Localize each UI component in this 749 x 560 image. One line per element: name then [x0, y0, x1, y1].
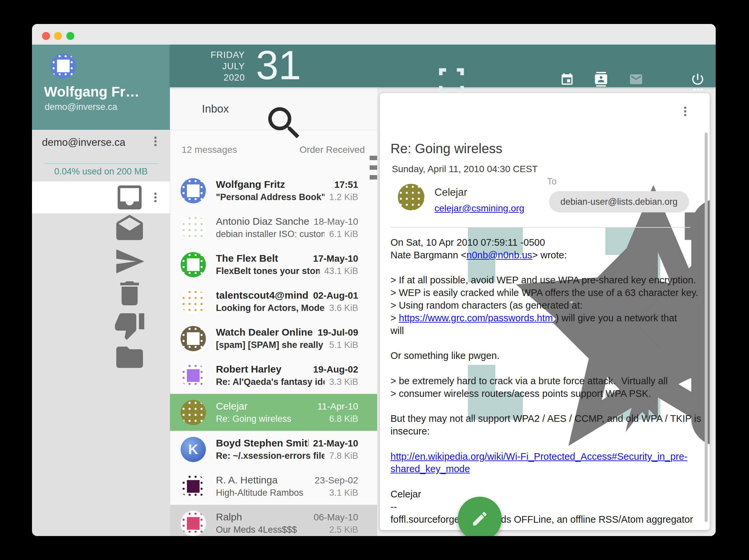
date-month: JULY: [190, 61, 245, 72]
message-subject: Re: Going wireless: [216, 414, 324, 424]
message-size: 6.1 KiB: [329, 229, 358, 239]
quota-divider: [44, 163, 158, 164]
app-window: FRIDAY JULY 2020 31 Wolfgang Fr… demo@in…: [32, 24, 716, 536]
account-menu-icon[interactable]: [154, 135, 156, 148]
body-line: > be extremely hard to crack via a brute…: [390, 375, 705, 387]
sidebar-folder-drafts[interactable]: Drafts: [32, 214, 170, 245]
body-line: [390, 475, 705, 488]
current-date: FRIDAY JULY 2020: [190, 49, 245, 83]
body-link[interactable]: http://en.wikipedia.org/wiki/Wi-Fi_Prote…: [390, 451, 687, 462]
sender-avatar: [180, 178, 206, 203]
top-toolbar: FRIDAY JULY 2020 31: [170, 45, 716, 87]
message-date: 02-Aug-01: [313, 290, 358, 301]
header-divider: [390, 227, 690, 228]
message-size: 5.1 KiB: [329, 340, 358, 350]
sidebar-folder-junk[interactable]: Junk: [32, 309, 170, 341]
sidebar-folder-sent[interactable]: Sent: [32, 245, 170, 277]
message-row[interactable]: KBoyd Stephen Smith…21-May-10Re: ~/.xses…: [170, 431, 377, 468]
message-list-column: Inbox 12 messages Order Received Wolfgan…: [170, 45, 377, 536]
message-sender: Antonio Diaz Sanchez: [216, 216, 309, 227]
message-size: 3.6 KiB: [329, 303, 358, 313]
body-line: > https://www.grc.com/passwords.htm ) wi…: [390, 312, 705, 324]
message-date: 21-May-10: [313, 438, 358, 449]
message-size: 3.1 KiB: [329, 488, 358, 498]
message-sender: Wolfgang Fritz: [216, 179, 329, 190]
body-line: Or something like pwgen.: [390, 350, 705, 362]
message-size: 7.8 KiB: [329, 451, 358, 461]
zoom-button[interactable]: [66, 32, 74, 40]
message-subject: Our Meds 4Less$$$: [216, 525, 324, 535]
minimize-button[interactable]: [54, 32, 62, 40]
contacts-icon[interactable]: [594, 72, 608, 87]
body-link[interactable]: https://www.grc.com/passwords.htm: [399, 313, 553, 323]
body-link[interactable]: shared_key_mode: [390, 464, 470, 474]
message-sender: The Flex Belt: [216, 253, 308, 264]
sidebar-folder-inbox[interactable]: Inbox6: [32, 181, 170, 214]
body-line: insecure:: [390, 425, 705, 438]
viewer-scrollbar-thumb[interactable]: [705, 133, 708, 522]
recipient-chip: debian-user@lists.debian.org: [549, 191, 689, 212]
message-subject: Re: ~/.xsession-errors file gr…: [216, 451, 324, 461]
body-line: [390, 362, 705, 375]
message-sender: talentscout4@mind…: [216, 290, 308, 301]
message-row[interactable]: R. A. Hettinga23-Sep-02High-Altitude Ram…: [170, 468, 377, 505]
quota-label: 0.04% used on 200 MB: [32, 166, 170, 177]
message-subject: [spam] [SPAM] she really wan…: [216, 340, 324, 350]
message-sender: Ralph: [216, 511, 309, 523]
message-sender: Celejar: [216, 401, 313, 412]
user-name: Wolfgang Fr…: [44, 84, 141, 100]
sender-avatar: [180, 215, 206, 240]
message-subject: "Personal Address Book" has…: [216, 192, 324, 202]
user-avatar: [51, 53, 76, 79]
mail-viewer-area: Re: Going wireless Sunday, April 11, 201…: [377, 45, 716, 536]
body-line: But they may not all support WPA2 / AES …: [390, 412, 705, 425]
message-row[interactable]: Antonio Diaz Sanchez18-May-10debian inst…: [170, 209, 377, 246]
account-row[interactable]: demo@inverse.ca: [32, 130, 170, 155]
message-date: 23-Sep-02: [315, 475, 358, 486]
message-sender: Boyd Stephen Smith…: [216, 438, 308, 449]
message-row[interactable]: Celejar11-Apr-10Re: Going wireless6.8 Ki…: [170, 394, 377, 431]
message-count: 12 messages: [181, 144, 237, 155]
message-size: 6.8 KiB: [329, 414, 358, 424]
message-row[interactable]: Watch Dealer Online19-Jul-09[spam] [SPAM…: [170, 320, 377, 357]
body-line: will: [390, 324, 705, 337]
message-row[interactable]: The Flex Belt17-May-10FlexBelt tones you…: [170, 246, 377, 283]
body-line: shared_key_mode: [390, 463, 705, 475]
message-subject: Looking for Actors, Models, S…: [216, 303, 324, 313]
message-date: 11-Apr-10: [318, 401, 358, 412]
sender-email-link[interactable]: celejar@csmining.org: [434, 203, 525, 214]
sidebar-folder-test[interactable]: test: [32, 341, 170, 373]
folder-list: Inbox6DraftsSentTrashJunktest: [32, 181, 170, 373]
body-line: On Sat, 10 Apr 2010 07:59:11 -0500: [390, 237, 705, 249]
folder-menu-icon[interactable]: [154, 192, 156, 204]
message-sender: Robert Harley: [216, 363, 308, 375]
sender-avatar: [180, 474, 206, 499]
message-subject: FlexBelt tones your stomach…: [216, 266, 320, 276]
message-body: On Sat, 10 Apr 2010 07:59:11 -0500Nate B…: [390, 237, 705, 529]
message-row[interactable]: Wolfgang Fritz17:51"Personal Address Boo…: [170, 172, 377, 209]
sender-avatar: [398, 184, 425, 210]
sidebar: Wolfgang Fr… demo@inverse.ca demo@invers…: [32, 45, 170, 536]
message-menu-icon[interactable]: [684, 105, 686, 117]
body-line: > If at all possible, avoid WEP and use …: [390, 274, 705, 287]
body-link[interactable]: n0nb@n0nb.us: [467, 250, 532, 260]
order-received-label[interactable]: Order Received: [300, 144, 365, 155]
close-button[interactable]: [42, 32, 50, 40]
message-date: 19-Jul-09: [318, 327, 358, 338]
titlebar: [32, 24, 716, 45]
message-size: 2.5 KiB: [329, 525, 358, 535]
message-row[interactable]: Ralph06-May-10Our Meds 4Less$$$2.5 KiB: [170, 505, 377, 536]
mail-icon[interactable]: [629, 72, 643, 87]
body-line: > consumer wireless routers/acess points…: [390, 387, 705, 400]
message-row[interactable]: talentscout4@mind…02-Aug-01Looking for A…: [170, 283, 377, 320]
power-menu-dots: [694, 89, 703, 91]
sidebar-folder-trash[interactable]: Trash: [32, 277, 170, 309]
power-icon[interactable]: [690, 72, 705, 87]
calendar-icon[interactable]: [560, 72, 574, 87]
message-row[interactable]: Robert Harley19-Aug-02Re: Al'Qaeda's fan…: [170, 357, 377, 394]
date-day: 31: [256, 42, 301, 89]
body-line: [390, 262, 705, 274]
message-date: Sunday, April 11, 2010 04:30 CEST: [392, 164, 538, 175]
body-line: --: [390, 501, 705, 513]
body-line: Nate Bargmann <n0nb@n0nb.us> wrote:: [390, 249, 705, 262]
